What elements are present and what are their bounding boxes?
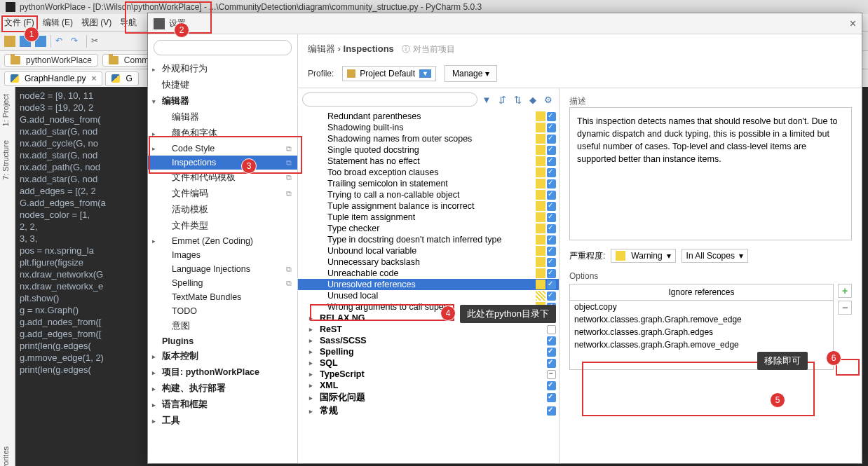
tree-item[interactable]: Inspections⧉ <box>148 156 297 170</box>
tree-item[interactable]: 快捷键 <box>148 77 297 93</box>
inspection-row[interactable]: Unreachable code <box>298 268 559 279</box>
inspection-row[interactable]: Type in docstring doesn't match inferred… <box>298 234 559 245</box>
ignore-item[interactable]: networkx.classes.graph.Graph.edges <box>570 326 833 338</box>
ignore-item[interactable]: networkx.classes.graph.Graph.remove_edge <box>570 313 833 326</box>
save-icon[interactable] <box>20 36 31 47</box>
breadcrumb-root[interactable]: pythonWorkPlace <box>4 54 98 67</box>
inspection-row[interactable]: ▸常规 <box>298 404 559 418</box>
severity-label: 严重程度: <box>569 250 605 262</box>
tree-item[interactable]: TODO <box>148 304 297 318</box>
inspection-row[interactable]: Trailing semicolon in statement <box>298 178 559 189</box>
menu-navigate[interactable]: 导航 <box>120 17 137 29</box>
window-title: pythonWorkPlace - [D:\Wilson\pythonWorkP… <box>20 2 482 12</box>
dialog-title-bar: 设置 × <box>148 13 862 34</box>
inspection-row[interactable]: Shadowing built-ins <box>298 122 559 133</box>
tree-item[interactable]: ▸构建、执行部署 <box>148 381 297 397</box>
tree-item[interactable]: ▸Code Style⧉ <box>148 142 297 156</box>
menu-view[interactable]: 视图 (V) <box>81 17 111 29</box>
tree-item[interactable]: 文件类型 <box>148 218 297 234</box>
severity-select[interactable]: Warning ▾ <box>611 249 675 263</box>
side-tool-tabs: 1: Project 7: Structure 2: Favorites <box>0 87 15 466</box>
inspection-row[interactable]: Statement has no effect <box>298 156 559 167</box>
settings-dialog: 设置 × ▸外观和行为快捷键▾编辑器编辑器▸颜色和字体▸Code Style⧉I… <box>147 13 862 464</box>
action-icon[interactable]: ◆ <box>527 93 539 106</box>
inspection-row[interactable]: ▸Spelling <box>298 346 559 357</box>
settings-search-input[interactable] <box>154 40 292 55</box>
close-icon[interactable]: × <box>850 18 856 30</box>
tab-g[interactable]: G <box>105 71 138 85</box>
redo-icon[interactable]: ↷ <box>71 36 82 47</box>
inspection-list[interactable]: Redundant parenthesesShadowing built-ins… <box>298 111 559 463</box>
ignore-header: Ignore references <box>569 284 834 300</box>
inspection-row[interactable]: Trying to call a non-callable object <box>298 189 559 200</box>
filter-icon[interactable]: ▼ <box>480 93 493 106</box>
menu-edit[interactable]: 编辑 (E) <box>43 17 73 29</box>
profile-label: Profile: <box>308 69 334 78</box>
profile-select[interactable]: Project Default ▼ <box>342 66 436 81</box>
tree-item[interactable]: ▸版本控制 <box>148 348 297 364</box>
tree-item[interactable]: ▸工具 <box>148 413 297 429</box>
sync-icon[interactable] <box>35 36 46 47</box>
undo-icon[interactable]: ↶ <box>55 36 67 47</box>
inspection-row[interactable]: Too broad exception clauses <box>298 167 559 178</box>
inspection-row[interactable]: ▸国际化问题 <box>298 391 559 404</box>
inspection-row[interactable]: Redundant parentheses <box>298 111 559 122</box>
python-file-icon <box>11 74 19 83</box>
ignore-item[interactable]: networkx.classes.graph.Graph.emove_edge <box>570 338 833 351</box>
menu-file[interactable]: 文件 (F) <box>4 17 34 29</box>
tree-item[interactable]: 文件和代码模板⧉ <box>148 170 297 186</box>
side-tab-project[interactable]: 1: Project <box>0 87 11 133</box>
expand-icon[interactable]: ⇵ <box>496 93 508 106</box>
manage-button[interactable]: Manage ▾ <box>445 65 497 82</box>
settings-tree[interactable]: ▸外观和行为快捷键▾编辑器编辑器▸颜色和字体▸Code Style⧉Inspec… <box>148 61 297 463</box>
gear-icon[interactable]: ⚙ <box>542 93 555 106</box>
close-icon[interactable]: × <box>91 74 96 83</box>
tooltip-1: 此处在python目录下 <box>460 305 556 323</box>
inspection-row[interactable]: ▸ReST <box>298 324 559 335</box>
settings-icon <box>154 18 165 29</box>
tree-item[interactable]: ▾编辑器 <box>148 93 297 109</box>
open-icon[interactable] <box>4 36 15 47</box>
folder-icon <box>109 56 118 64</box>
inspection-filter-input[interactable] <box>302 92 477 107</box>
remove-button[interactable]: − <box>838 301 852 315</box>
tree-item[interactable]: ▸语言和框架 <box>148 397 297 413</box>
inspection-row[interactable]: Type checker <box>298 223 559 234</box>
inspection-row[interactable]: ▸SQL <box>298 357 559 369</box>
inspection-row[interactable]: Unresolved references <box>298 279 559 290</box>
inspection-row[interactable]: Unused local <box>298 290 559 301</box>
collapse-icon[interactable]: ⇅ <box>511 93 524 106</box>
inspection-row[interactable]: Tuple item assignment <box>298 212 559 223</box>
profile-icon <box>347 69 355 78</box>
inspection-row[interactable]: Unnecessary backslash <box>298 256 559 268</box>
inspection-row[interactable]: Single quoted docstring <box>298 144 559 156</box>
tree-item[interactable]: 活动模板 <box>148 202 297 218</box>
scope-select[interactable]: In All Scopes ▾ <box>681 249 748 263</box>
tree-item[interactable]: TextMate Bundles <box>148 290 297 304</box>
ignore-item[interactable]: object.copy <box>570 301 833 313</box>
inspection-row[interactable]: ▸TypeScript <box>298 369 559 380</box>
inspection-row[interactable]: ▸XML <box>298 380 559 391</box>
tree-item[interactable]: Images <box>148 248 297 262</box>
inspection-row[interactable]: Shadowing names from outer scopes <box>298 133 559 144</box>
inspection-row[interactable]: Tuple assignment balance is incorrect <box>298 200 559 212</box>
settings-breadcrumb: 编辑器 › Inspections ⓘ 对当前项目 <box>308 43 852 55</box>
tree-item[interactable]: ▸Emmet (Zen Coding) <box>148 234 297 248</box>
tree-item[interactable]: Language Injections⧉ <box>148 262 297 276</box>
inspection-row[interactable]: ▸Sass/SCSS <box>298 335 559 346</box>
tree-item[interactable]: 意图 <box>148 318 297 334</box>
tree-item[interactable]: ▸项目: pythonWorkPlace <box>148 364 297 381</box>
description-box: This inspection detects names that shoul… <box>569 107 852 240</box>
cut-icon[interactable]: ✂ <box>91 36 102 47</box>
tree-item[interactable]: Plugins <box>148 334 297 348</box>
tree-item[interactable]: ▸颜色和字体 <box>148 125 297 142</box>
side-tab-structure[interactable]: 7: Structure <box>0 133 11 187</box>
tree-item[interactable]: ▸外观和行为 <box>148 61 297 77</box>
tree-item[interactable]: 编辑器 <box>148 109 297 125</box>
side-tab-favorites[interactable]: 2: Favorites <box>0 439 11 466</box>
tab-graphhandle[interactable]: GraphHandle.py× <box>4 71 102 85</box>
inspection-row[interactable]: Unbound local variable <box>298 245 559 256</box>
tree-item[interactable]: 文件编码⧉ <box>148 186 297 202</box>
add-button[interactable]: + <box>838 284 852 298</box>
tree-item[interactable]: Spelling⧉ <box>148 276 297 290</box>
